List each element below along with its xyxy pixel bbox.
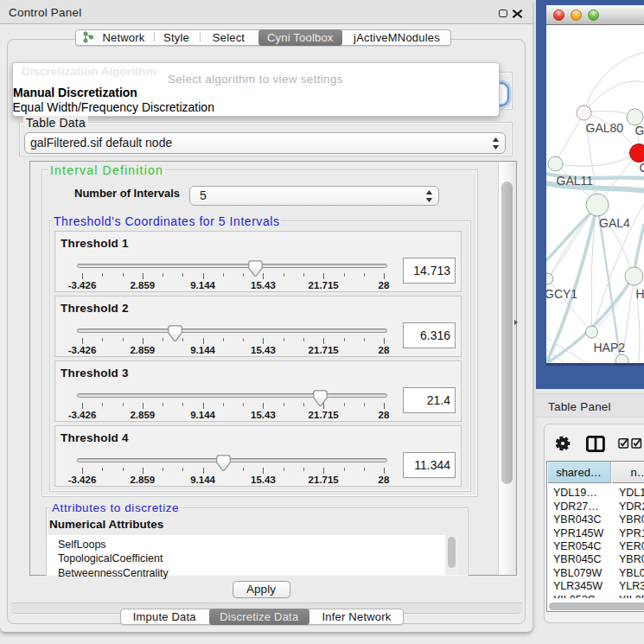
svg-text:GCY1: GCY1 — [546, 286, 577, 300]
svg-text:GAL4: GAL4 — [599, 215, 630, 229]
svg-text:C: C — [639, 160, 644, 174]
svg-text:H: H — [635, 286, 644, 300]
svg-text:GAL80: GAL80 — [585, 120, 623, 134]
svg-text:HAP2: HAP2 — [593, 341, 625, 354]
svg-text:GA: GA — [634, 123, 644, 137]
svg-text:GAL11: GAL11 — [556, 173, 593, 187]
